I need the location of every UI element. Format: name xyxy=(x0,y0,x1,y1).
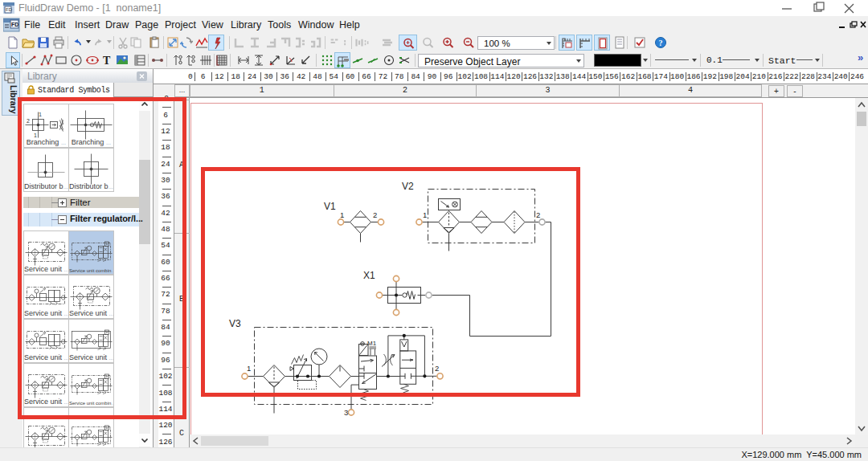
svg-text:T: T xyxy=(103,55,111,67)
svg-text:FD: FD xyxy=(11,22,18,27)
svg-text:FD: FD xyxy=(6,7,13,12)
svg-text:?: ? xyxy=(659,39,663,47)
